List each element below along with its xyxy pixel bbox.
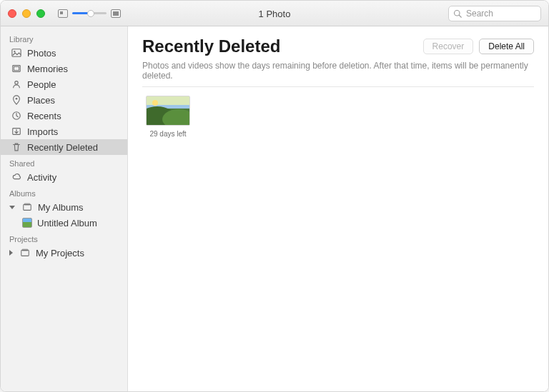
photo-item[interactable]: 29 days left xyxy=(142,96,194,138)
album-folder-icon xyxy=(21,201,33,213)
sidebar-item-memories[interactable]: Memories xyxy=(1,61,127,76)
sidebar-item-label: People xyxy=(27,79,122,90)
zoom-window-button[interactable] xyxy=(36,9,45,18)
recents-icon xyxy=(11,110,22,121)
album-thumbnail-icon xyxy=(22,218,32,228)
sidebar-item-my-albums[interactable]: My Albums xyxy=(1,199,127,215)
main-content: Recently Deleted Recover Delete All Phot… xyxy=(128,26,548,391)
places-icon xyxy=(11,94,22,106)
sidebar-item-activity[interactable]: Activity xyxy=(1,169,127,185)
sidebar-item-places[interactable]: Places xyxy=(1,92,127,108)
app-window: 1 Photo Library Photos Memor xyxy=(0,0,549,392)
sidebar-item-recently-deleted[interactable]: Recently Deleted xyxy=(1,139,127,155)
chevron-down-icon[interactable] xyxy=(9,206,15,209)
sidebar-section-projects: Projects xyxy=(1,231,127,245)
sidebar-item-label: My Albums xyxy=(38,202,122,213)
window-title: 1 Photo xyxy=(259,8,291,19)
days-left-label: 29 days left xyxy=(142,130,194,138)
cloud-icon xyxy=(11,171,22,183)
divider xyxy=(142,86,534,87)
sidebar-section-albums: Albums xyxy=(1,185,127,199)
sidebar-item-label: Untitled Album xyxy=(37,218,122,228)
projects-folder-icon xyxy=(19,247,31,258)
content-header: Recently Deleted Recover Delete All xyxy=(128,26,548,61)
trash-icon xyxy=(11,141,22,153)
sidebar-item-label: Places xyxy=(27,95,122,106)
close-window-button[interactable] xyxy=(8,9,16,18)
thumbnail-size-control xyxy=(58,9,121,18)
delete-all-button[interactable]: Delete All xyxy=(479,39,534,54)
search-icon xyxy=(453,9,462,18)
thumbnail-large-icon xyxy=(111,9,121,18)
sidebar: Library Photos Memories People xyxy=(1,26,128,391)
titlebar: 1 Photo xyxy=(1,1,548,26)
svg-point-7 xyxy=(16,98,18,100)
slider-thumb[interactable] xyxy=(87,10,94,17)
sidebar-section-shared: Shared xyxy=(1,155,127,169)
page-subtitle: Photos and videos show the days remainin… xyxy=(128,61,548,86)
svg-rect-12 xyxy=(21,251,29,256)
chevron-right-icon[interactable] xyxy=(9,250,13,256)
sidebar-item-recents[interactable]: Recents xyxy=(1,108,127,124)
sidebar-item-my-projects[interactable]: My Projects xyxy=(1,245,127,261)
svg-line-1 xyxy=(459,15,461,17)
thumbnail-size-slider[interactable] xyxy=(72,12,107,14)
sidebar-item-label: Memories xyxy=(27,64,122,74)
memories-icon xyxy=(11,63,22,74)
search-input[interactable] xyxy=(465,8,536,19)
imports-icon xyxy=(11,126,22,137)
sidebar-section-library: Library xyxy=(1,31,127,45)
thumbnail-small-icon xyxy=(58,9,68,18)
search-field[interactable] xyxy=(448,6,541,21)
sidebar-item-people[interactable]: People xyxy=(1,76,127,92)
window-controls xyxy=(8,9,45,18)
sidebar-item-label: Activity xyxy=(27,172,122,183)
svg-point-3 xyxy=(14,51,15,52)
button-label: Recover xyxy=(432,41,465,51)
svg-rect-10 xyxy=(24,205,31,211)
svg-point-6 xyxy=(15,81,18,84)
sidebar-item-label: Imports xyxy=(27,126,122,137)
recover-button[interactable]: Recover xyxy=(423,39,474,54)
sidebar-item-label: My Projects xyxy=(36,248,122,258)
sidebar-item-photos[interactable]: Photos xyxy=(1,45,127,61)
photo-thumbnail[interactable] xyxy=(146,96,190,126)
sidebar-item-untitled-album[interactable]: Untitled Album xyxy=(1,215,127,231)
button-label: Delete All xyxy=(488,41,525,51)
photo-grid: 29 days left xyxy=(128,96,548,138)
svg-rect-5 xyxy=(14,66,19,70)
minimize-window-button[interactable] xyxy=(22,9,31,18)
page-title: Recently Deleted xyxy=(142,36,280,56)
sidebar-item-label: Recents xyxy=(27,111,122,121)
sidebar-item-label: Recently Deleted xyxy=(27,142,122,153)
people-icon xyxy=(11,79,22,90)
window-body: Library Photos Memories People xyxy=(1,26,548,391)
sidebar-item-imports[interactable]: Imports xyxy=(1,124,127,139)
sidebar-item-label: Photos xyxy=(27,48,122,59)
photos-icon xyxy=(11,47,22,59)
